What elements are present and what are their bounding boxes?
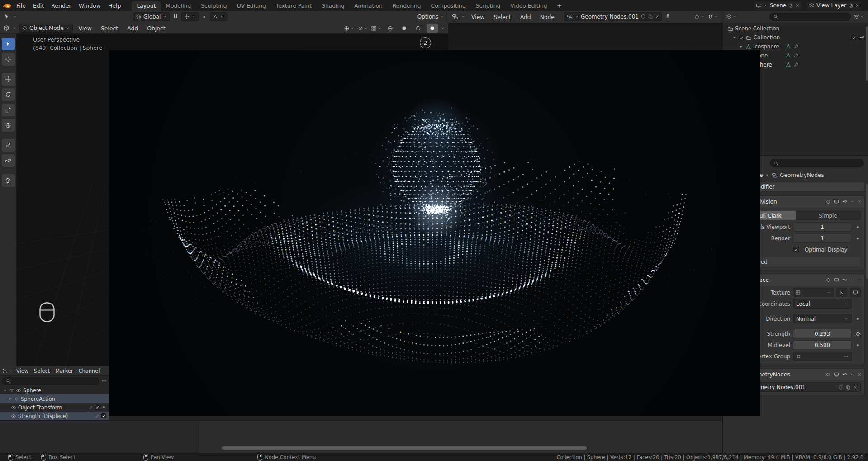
render-toggle-icon[interactable] [842, 277, 847, 283]
delete-modifier-icon[interactable] [857, 278, 862, 282]
menu-file[interactable]: File [13, 1, 29, 10]
viewport-editor-type-icon[interactable] [3, 25, 9, 31]
midlevel-field[interactable]: 0.500 [793, 340, 852, 350]
animate-dot-icon[interactable] [857, 238, 859, 239]
chevron-down-icon[interactable] [13, 14, 17, 19]
direction-dropdown[interactable]: Normal [793, 314, 852, 323]
view-layer-selector[interactable]: View Layer [806, 1, 863, 10]
add-workspace-button[interactable]: + [552, 1, 567, 11]
workspace-tab-modeling[interactable]: Modeling [161, 1, 196, 11]
timeline-scrollbar[interactable] [222, 446, 587, 450]
delete-modifier-icon[interactable] [857, 200, 862, 204]
shading-material-button[interactable] [413, 24, 424, 33]
orientation-dropdown[interactable]: Global [133, 12, 170, 21]
realtime-toggle-icon[interactable] [834, 199, 839, 204]
remove-view-layer-icon[interactable] [855, 3, 860, 8]
optimal-display-checkbox[interactable] [793, 247, 799, 252]
overlays-dropdown[interactable] [371, 25, 382, 31]
workspace-tab-shading[interactable]: Shading [317, 1, 349, 11]
animate-dot-icon[interactable] [857, 318, 859, 320]
lock-icon[interactable] [102, 405, 106, 410]
modifier-extras-chevron-icon[interactable] [850, 200, 854, 204]
node-menu-view[interactable]: View [468, 13, 488, 21]
shading-options-chevron-icon[interactable] [441, 26, 445, 30]
unlink-icon[interactable] [853, 385, 858, 390]
coordinates-dropdown[interactable]: Local [793, 299, 852, 309]
copy-icon[interactable] [845, 385, 851, 390]
viewport-menu-object[interactable]: Object [144, 24, 168, 33]
transform-pivot-dropdown[interactable] [344, 25, 355, 31]
channel-row-sphere[interactable]: Sphere [0, 386, 109, 394]
breadcrumb-tab[interactable]: GeometryNodes [780, 172, 824, 178]
copy-view-layer-icon[interactable] [848, 3, 854, 8]
texture-unlink-button[interactable] [836, 288, 847, 297]
keyframe-diamond-icon[interactable] [855, 332, 860, 336]
outliner-row-scene-collection[interactable]: Scene Collection [723, 24, 868, 33]
node-menu-select[interactable]: Select [490, 13, 514, 21]
collection-checkbox[interactable] [739, 35, 744, 40]
properties-scrollbar[interactable] [866, 184, 868, 279]
render-enable-checkbox[interactable] [851, 35, 856, 40]
channel-search-input[interactable] [2, 377, 99, 385]
chevron-down-icon[interactable] [12, 26, 17, 30]
disclosure-triangle-icon[interactable] [7, 396, 13, 402]
animate-dot-icon[interactable] [857, 344, 859, 346]
delete-modifier-icon[interactable] [857, 372, 862, 377]
eye-icon[interactable] [11, 413, 16, 419]
workspace-tab-sculpting[interactable]: Sculpting [196, 1, 232, 11]
properties-search-input[interactable] [770, 159, 864, 167]
fake-user-shield-icon[interactable] [838, 385, 843, 390]
vertex-group-field[interactable] [793, 352, 852, 361]
dope-menu-select[interactable]: Select [32, 367, 52, 375]
texture-browse-button[interactable] [793, 288, 834, 297]
modifier-wrench-icon[interactable] [793, 44, 799, 49]
dope-menu-channel[interactable]: Channel [76, 367, 102, 375]
copy-scene-icon[interactable] [788, 3, 793, 8]
rendered-viewport-image[interactable] [109, 50, 760, 416]
shading-wireframe-button[interactable] [384, 24, 396, 33]
channel-row-object-transform[interactable]: Object Transform [0, 403, 109, 412]
rotate-tool-button[interactable] [2, 88, 15, 101]
node-menu-node[interactable]: Node [537, 13, 558, 21]
dope-sheet-editor-icon[interactable] [2, 368, 8, 374]
blender-logo-icon[interactable] [3, 2, 12, 9]
mesh-data-icon[interactable] [786, 44, 791, 49]
modifier-extras-chevron-icon[interactable] [850, 372, 854, 377]
modifier-extras-chevron-icon[interactable] [850, 278, 854, 282]
outliner-scrollbar[interactable] [866, 26, 868, 81]
mute-checkbox[interactable] [101, 413, 106, 418]
outliner-row-icosphere[interactable]: Icosphere [723, 42, 868, 51]
workspace-tab-animation[interactable]: Animation [349, 1, 388, 11]
node-tree-selector[interactable]: Geometry Nodes.001 [564, 12, 662, 21]
workspace-tab-compositing[interactable]: Compositing [426, 1, 471, 11]
workspace-tab-scripting[interactable]: Scripting [471, 1, 506, 11]
dope-menu-marker[interactable]: Marker [53, 367, 75, 375]
node-overlay-dropdown[interactable] [694, 14, 705, 20]
eye-icon[interactable] [16, 388, 21, 393]
mute-checkbox[interactable] [95, 405, 100, 410]
measure-tool-button[interactable] [2, 154, 15, 167]
modifier-wrench-icon[interactable] [793, 53, 799, 58]
levels-viewport-field[interactable]: 1 [793, 222, 852, 232]
simple-button[interactable]: Simple [796, 211, 860, 220]
render-toggle-icon[interactable] [842, 372, 847, 377]
snap-magnet-icon[interactable] [172, 14, 179, 20]
proportional-editing-icon[interactable] [201, 14, 207, 20]
disclosure-triangle-icon[interactable] [732, 35, 737, 40]
workspace-tab-layout[interactable]: Layout [132, 1, 161, 11]
disclosure-triangle-icon[interactable] [738, 44, 744, 49]
edit-pencil-icon[interactable] [89, 405, 93, 410]
mode-dropdown[interactable]: Object Mode [19, 24, 73, 33]
node-editor-type-icon[interactable] [452, 14, 458, 20]
realtime-toggle-icon[interactable] [834, 372, 839, 377]
node-menu-add[interactable]: Add [517, 13, 534, 21]
viewport-menu-add[interactable]: Add [124, 24, 141, 33]
add-cube-tool-button[interactable] [2, 174, 15, 187]
workspace-tab-texture-paint[interactable]: Texture Paint [271, 1, 317, 11]
mesh-data-icon[interactable] [786, 62, 791, 67]
modifier-wrench-icon[interactable] [793, 62, 799, 67]
menu-help[interactable]: Help [104, 1, 125, 10]
cursor-tool-button[interactable] [2, 53, 15, 66]
edit-mode-toggle-icon[interactable] [825, 372, 831, 377]
invert-arrows-icon[interactable] [843, 354, 849, 359]
